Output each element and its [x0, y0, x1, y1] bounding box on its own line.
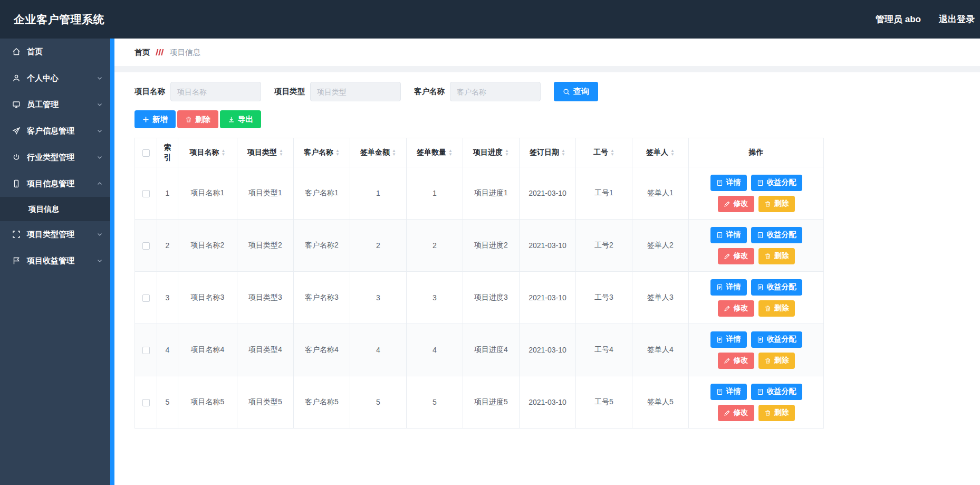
cell-sign-date: 2021-03-10 [520, 376, 576, 429]
column-header-signer[interactable]: 签单人▲▼ [632, 138, 689, 167]
cell-project-name: 项目名称5 [178, 376, 237, 429]
sidebar-item-employee-management[interactable]: 员工管理 [0, 91, 110, 118]
detail-button[interactable]: 详情 [710, 227, 747, 243]
trash-icon [764, 201, 771, 207]
cell-project-progress: 项目进度3 [463, 272, 520, 324]
income-distribution-button[interactable]: 收益分配 [751, 384, 802, 400]
sidebar-item-project-info-management[interactable]: 项目信息管理 [0, 170, 110, 197]
column-header-project-progress[interactable]: 项目进度▲▼ [463, 138, 520, 167]
row-checkbox[interactable] [142, 242, 150, 250]
admin-user-link[interactable]: 管理员 abo [876, 13, 921, 25]
navbar-right: 管理员 abo 退出登录 [876, 13, 975, 25]
column-header-project-type[interactable]: 项目类型▲▼ [237, 138, 294, 167]
sort-icon[interactable]: ▲▼ [505, 149, 509, 156]
sidebar-item-label: 行业类型管理 [27, 153, 97, 163]
chevron-down-icon [97, 128, 103, 134]
edit-button[interactable]: 修改 [718, 300, 754, 317]
income-distribution-button[interactable]: 收益分配 [751, 227, 802, 243]
cell-sign-quantity: 3 [407, 272, 463, 324]
sidebar-item-project-income-management[interactable]: 项目收益管理 [0, 248, 110, 274]
add-button[interactable]: 新增 [134, 110, 176, 128]
sidebar-item-project-type-management[interactable]: 项目类型管理 [0, 221, 110, 248]
delete-button[interactable]: 删除 [758, 353, 795, 369]
cell-signer: 签单人4 [632, 324, 689, 376]
cell-project-name: 项目名称1 [178, 167, 237, 220]
table-header-row: 索引 项目名称▲▼ 项目类型▲▼ 客户名称▲▼ 签单金额▲▼ 签单数量▲▼ 项目… [135, 138, 824, 167]
trash-icon [185, 116, 192, 123]
column-header-sign-date[interactable]: 签订日期▲▼ [520, 138, 576, 167]
pencil-icon [724, 410, 731, 416]
column-header-job-number[interactable]: 工号▲▼ [576, 138, 632, 167]
row-select-cell [135, 220, 157, 272]
income-distribution-button[interactable]: 收益分配 [751, 279, 802, 296]
sort-icon[interactable]: ▲▼ [610, 149, 614, 156]
row-select-cell [135, 376, 157, 429]
column-header-sign-quantity[interactable]: 签单数量▲▼ [407, 138, 463, 167]
income-distribution-button[interactable]: 收益分配 [751, 175, 802, 191]
cell-sign-amount: 3 [350, 272, 407, 324]
sort-icon[interactable]: ▲▼ [222, 149, 226, 156]
bulk-delete-button[interactable]: 删除 [177, 110, 218, 128]
detail-button[interactable]: 详情 [710, 384, 747, 400]
breadcrumb: 首页 项目信息 [114, 39, 980, 66]
edit-button[interactable]: 修改 [718, 405, 754, 421]
cell-sign-quantity: 1 [407, 167, 463, 220]
flag-icon [12, 256, 21, 265]
income-distribution-button[interactable]: 收益分配 [751, 331, 802, 348]
delete-button[interactable]: 删除 [758, 405, 795, 421]
row-checkbox[interactable] [142, 347, 150, 354]
delete-button[interactable]: 删除 [758, 300, 795, 317]
project-name-input[interactable] [170, 82, 261, 101]
chevron-down-icon [97, 75, 103, 81]
delete-button[interactable]: 删除 [758, 196, 795, 212]
customer-name-input[interactable] [450, 82, 541, 101]
export-button[interactable]: 导出 [220, 110, 261, 128]
cell-sign-amount: 4 [350, 324, 407, 376]
column-header-actions: 操作 [689, 138, 824, 167]
row-checkbox[interactable] [142, 190, 150, 197]
sort-icon[interactable]: ▲▼ [670, 149, 675, 156]
document-icon [716, 284, 723, 291]
cell-project-type: 项目类型2 [237, 220, 294, 272]
sort-icon[interactable]: ▲▼ [335, 149, 340, 156]
column-header-project-name[interactable]: 项目名称▲▼ [178, 138, 237, 167]
delete-button[interactable]: 删除 [758, 248, 795, 264]
scan-icon [12, 230, 21, 239]
sidebar-item-home[interactable]: 首页 [0, 39, 110, 65]
row-checkbox[interactable] [142, 294, 150, 302]
detail-button[interactable]: 详情 [710, 279, 747, 296]
top-navbar: 企业客户管理系统 管理员 abo 退出登录 [0, 0, 980, 39]
cell-sign-quantity: 5 [407, 376, 463, 429]
cell-sign-date: 2021-03-10 [520, 272, 576, 324]
table-row: 1 项目名称1 项目类型1 客户名称1 1 1 项目进度1 2021-03-10… [135, 167, 824, 220]
row-checkbox[interactable] [142, 399, 150, 406]
detail-button[interactable]: 详情 [710, 175, 747, 191]
chevron-down-icon [97, 231, 103, 237]
sort-icon[interactable]: ▲▼ [279, 149, 283, 156]
logout-link[interactable]: 退出登录 [939, 13, 975, 25]
sidebar-item-label: 首页 [27, 47, 103, 57]
sidebar-item-industry-type-management[interactable]: 行业类型管理 [0, 144, 110, 170]
plus-icon [142, 116, 149, 123]
sort-icon[interactable]: ▲▼ [448, 149, 453, 156]
search-button[interactable]: 查询 [554, 82, 598, 101]
select-all-checkbox[interactable] [142, 149, 150, 157]
sort-icon[interactable]: ▲▼ [561, 149, 565, 156]
edit-button[interactable]: 修改 [718, 196, 754, 212]
cell-job-number: 工号2 [576, 220, 632, 272]
edit-button[interactable]: 修改 [718, 353, 754, 369]
project-type-input[interactable] [310, 82, 401, 101]
column-header-sign-amount[interactable]: 签单金额▲▼ [350, 138, 407, 167]
sidebar-item-personal-center[interactable]: 个人中心 [0, 65, 110, 91]
sidebar-item-project-info[interactable]: 项目信息 [0, 197, 110, 221]
project-type-label: 项目类型 [274, 87, 305, 97]
sidebar-item-label: 项目类型管理 [27, 230, 97, 240]
detail-button[interactable]: 详情 [710, 331, 747, 348]
column-header-customer-name[interactable]: 客户名称▲▼ [294, 138, 350, 167]
document-icon [757, 232, 764, 239]
sort-icon[interactable]: ▲▼ [392, 149, 396, 156]
edit-button[interactable]: 修改 [718, 248, 754, 264]
sidebar-item-customer-info-management[interactable]: 客户信息管理 [0, 118, 110, 144]
breadcrumb-home-link[interactable]: 首页 [134, 47, 150, 58]
cell-index: 5 [157, 376, 178, 429]
